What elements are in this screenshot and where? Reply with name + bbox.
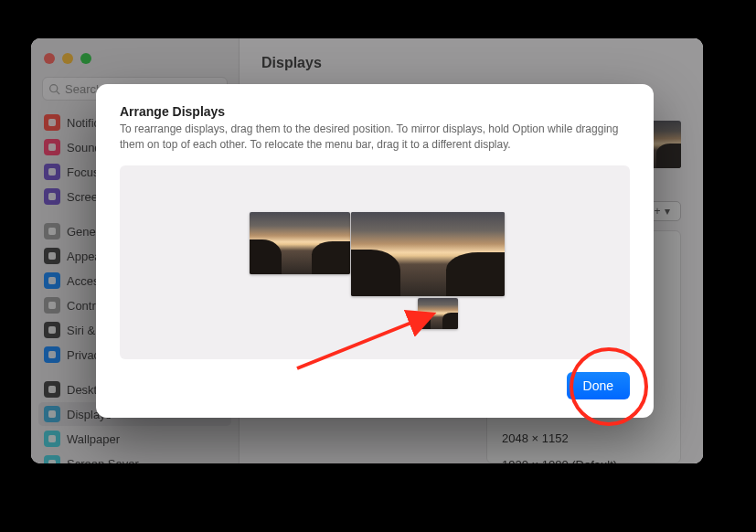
display-primary[interactable] <box>351 212 505 296</box>
arrange-displays-dialog: Arrange Displays To rearrange displays, … <box>96 84 654 418</box>
done-button[interactable]: Done <box>567 372 630 399</box>
dialog-title: Arrange Displays <box>120 104 630 119</box>
display-builtin[interactable] <box>418 298 458 329</box>
display-secondary[interactable] <box>250 212 350 274</box>
arrangement-canvas[interactable] <box>120 165 630 359</box>
dialog-description: To rearrange displays, drag them to the … <box>120 122 630 153</box>
